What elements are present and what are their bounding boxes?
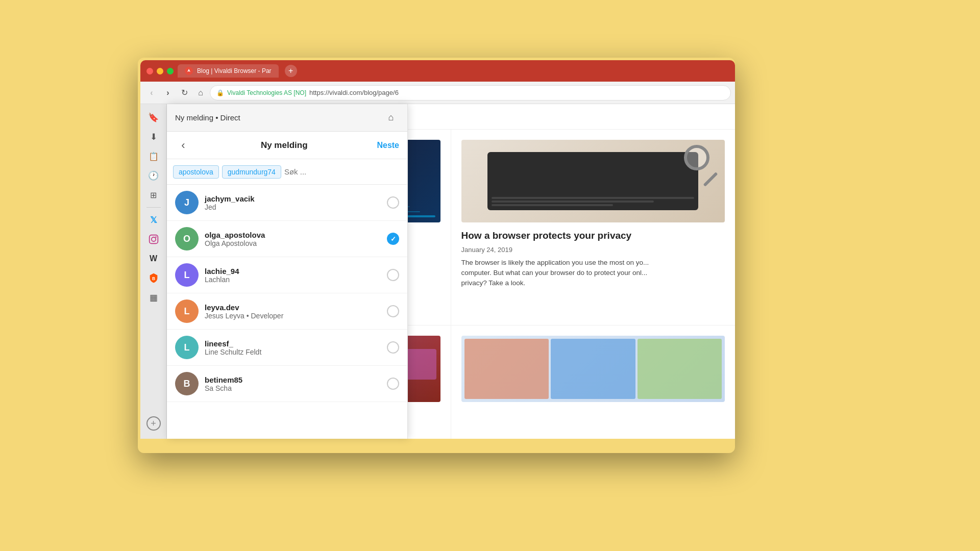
svg-text:B: B xyxy=(152,277,155,281)
contact-username: lachie_94 xyxy=(205,267,381,276)
contact-info-jachym: jachym_vacik Jed xyxy=(205,194,381,211)
contact-checkbox-lachie[interactable] xyxy=(387,269,399,281)
bookmark-icon[interactable]: 🔖 xyxy=(144,108,163,127)
contact-item-lineesf[interactable]: L lineesf_ Line Schultz Feldt xyxy=(167,330,407,366)
contact-realname: Lachlan xyxy=(205,276,381,284)
address-bar[interactable]: 🔒 Vivaldi Technologies AS [NO] https://v… xyxy=(210,85,731,101)
recipients-bar[interactable]: apostolova gudmundurg74 xyxy=(167,159,407,185)
url-text: https://vivaldi.com/blog/page/6 xyxy=(309,89,399,96)
contact-info-lineesf: lineesf_ Line Schultz Feldt xyxy=(205,339,381,356)
svg-point-2 xyxy=(155,236,157,238)
contact-info-lachie: lachie_94 Lachlan xyxy=(205,267,381,284)
contact-avatar-lachie: L xyxy=(175,263,199,287)
traffic-lights xyxy=(146,68,174,74)
contact-realname: Jesus Leyva • Developer xyxy=(205,312,381,320)
contact-item-jachym[interactable]: J jachym_vacik Jed xyxy=(167,185,407,221)
contact-checkbox-leyva[interactable] xyxy=(387,305,399,317)
home-button[interactable]: ⌂ xyxy=(193,86,208,100)
contact-username: jachym_vacik xyxy=(205,194,381,203)
contact-checkbox-jachym[interactable] xyxy=(387,196,399,209)
contact-avatar-jachym: J xyxy=(175,191,199,214)
add-panel-button[interactable]: + xyxy=(146,416,161,431)
download-icon[interactable]: ⬇ xyxy=(144,128,163,146)
blog-card-right-bottom[interactable] xyxy=(451,325,736,439)
contact-item-olga[interactable]: O olga_apostolova Olga Apostolova ✓ xyxy=(167,221,407,257)
site-identity: Vivaldi Technologies AS [NO] xyxy=(227,89,306,96)
contact-item-leyva[interactable]: L leyva.dev Jesus Leyva • Developer xyxy=(167,293,407,330)
contact-checkbox-olga[interactable]: ✓ xyxy=(387,233,399,245)
recipient-tag-apostolova: apostolova xyxy=(173,165,219,179)
new-tab-button[interactable]: + xyxy=(285,65,297,77)
notes-icon[interactable]: 📋 xyxy=(144,147,163,165)
tab[interactable]: Blog | Vivaldi Browser - Par xyxy=(178,64,279,78)
contact-username: betinem85 xyxy=(205,375,381,384)
sidebar-divider xyxy=(146,207,161,208)
blog-date-privacy: January 24, 2019 xyxy=(461,246,725,254)
lock-icon: 🔒 xyxy=(216,89,224,96)
compose-header: ‹ Ny melding Neste xyxy=(167,132,407,159)
refresh-button[interactable]: ↻ xyxy=(177,86,191,100)
panel-title: Ny melding • Direct xyxy=(175,113,377,122)
panel-home-button[interactable]: ⌂ xyxy=(383,110,399,126)
blog-excerpt-privacy: The browser is likely the application yo… xyxy=(461,258,725,289)
contact-avatar-olga: O xyxy=(175,227,199,251)
history-icon[interactable]: 🕐 xyxy=(144,166,163,185)
svg-point-1 xyxy=(151,237,155,241)
contact-info-leyva: leyva.dev Jesus Leyva • Developer xyxy=(205,303,381,320)
close-button[interactable] xyxy=(146,68,153,74)
contact-checkbox-betinem[interactable] xyxy=(387,378,399,390)
contact-username: olga_apostolova xyxy=(205,231,381,239)
minimize-button[interactable] xyxy=(157,68,163,74)
recipient-search-input[interactable] xyxy=(284,167,401,176)
back-button[interactable]: ‹ xyxy=(144,86,159,100)
contact-item-betinem[interactable]: B betinem85 Sa Scha xyxy=(167,366,407,402)
forward-button[interactable]: › xyxy=(161,86,175,100)
message-compose-panel: Ny melding • Direct ⌂ ‹ Ny melding Neste… xyxy=(167,104,408,439)
contact-avatar-betinem: B xyxy=(175,372,199,395)
contact-list: J jachym_vacik Jed O olga_apostolova Olg… xyxy=(167,185,407,439)
recipient-tag-gudmundurg74: gudmundurg74 xyxy=(222,165,281,179)
tab-title: Blog | Vivaldi Browser - Par xyxy=(197,67,272,74)
compose-next-button[interactable]: Neste xyxy=(377,141,399,150)
contact-username: lineesf_ xyxy=(205,339,381,348)
contact-realname: Line Schultz Feldt xyxy=(205,348,381,356)
custom-panel-icon[interactable]: ▦ xyxy=(144,288,163,307)
contact-item-lachie[interactable]: L lachie_94 Lachlan xyxy=(167,257,407,293)
blog-image-colorful xyxy=(461,336,725,402)
vivaldi-favicon xyxy=(185,67,193,75)
contact-checkbox-lineesf[interactable] xyxy=(387,341,399,354)
wikipedia-sidebar-icon[interactable]: W xyxy=(144,249,163,268)
twitter-sidebar-icon[interactable]: 𝕏 xyxy=(144,211,163,229)
contact-realname: Jed xyxy=(205,203,381,211)
contact-info-betinem: betinem85 Sa Scha xyxy=(205,375,381,392)
contact-avatar-lineesf: L xyxy=(175,336,199,359)
panels-icon[interactable]: ⊞ xyxy=(144,186,163,204)
contact-avatar-leyva: L xyxy=(175,299,199,323)
blog-title-privacy: How a browser protects your privacy xyxy=(461,230,725,242)
svg-rect-0 xyxy=(149,235,158,244)
maximize-button[interactable] xyxy=(167,68,174,74)
blog-image-laptop xyxy=(461,140,725,222)
compose-title: Ny melding xyxy=(191,140,377,151)
compose-back-button[interactable]: ‹ xyxy=(175,137,191,154)
contact-realname: Olga Apostolova xyxy=(205,239,381,247)
panel-header-bar: Ny melding • Direct ⌂ xyxy=(167,104,407,132)
contact-realname: Sa Scha xyxy=(205,384,381,392)
contact-username: leyva.dev xyxy=(205,303,381,312)
instagram-sidebar-icon[interactable] xyxy=(144,230,163,248)
sidebar: 🔖 ⬇ 📋 🕐 ⊞ 𝕏 W B ▦ + xyxy=(140,104,167,439)
contact-info-olga: olga_apostolova Olga Apostolova xyxy=(205,231,381,247)
blog-card-right-top[interactable]: How a browser protects your privacy Janu… xyxy=(451,130,736,325)
brave-sidebar-icon[interactable]: B xyxy=(144,269,163,287)
